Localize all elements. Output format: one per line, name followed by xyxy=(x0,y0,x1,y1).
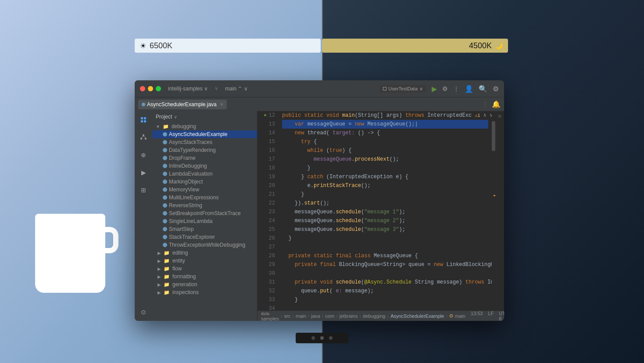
run-config[interactable]: UserTestData ∨ xyxy=(379,85,426,93)
cursor-position: 13:53 xyxy=(471,311,483,321)
color-bar-left: ☀ 6500K xyxy=(135,39,321,53)
code-line-22: }).start(); xyxy=(282,199,488,208)
code-line-18: } xyxy=(282,164,488,173)
file-icon xyxy=(163,156,167,160)
folder-icon: 📁 xyxy=(164,266,170,272)
moon-icon: 🌙 xyxy=(495,42,503,49)
stand-dot-2 xyxy=(320,336,324,340)
debug-button[interactable]: ⚙ xyxy=(442,85,448,92)
code-content: ▶12 13 14 15 16 17 18 19 20 21 22 23 24 … xyxy=(258,111,504,310)
code-line-19: } catch (InterruptedException e) { xyxy=(282,173,488,181)
file-icon xyxy=(163,219,167,223)
tree-folder-debugging[interactable]: ▼ 📁 debugging xyxy=(152,122,257,130)
close-button[interactable] xyxy=(140,86,145,91)
line-12: ▶12 xyxy=(261,111,275,120)
code-line-29: private final BlockingQueue<String> queu… xyxy=(282,260,488,269)
tree-folder-generation[interactable]: ▶ 📁 generation xyxy=(152,280,257,288)
temp-left: 6500K xyxy=(150,41,172,50)
line-18: 18 xyxy=(261,164,275,173)
line-22: 22 xyxy=(261,199,275,208)
chevron-right-icon: ▶ xyxy=(157,282,161,287)
code-editor: ▶12 13 14 15 16 17 18 19 20 21 22 23 24 … xyxy=(258,111,504,321)
tree-item-throw[interactable]: ThrowExceptionWhileDebugging xyxy=(152,241,257,249)
tree-folder-entity[interactable]: ▶ 📁 entity xyxy=(152,257,257,265)
tree-item-reverse[interactable]: ReverseString xyxy=(152,201,257,209)
maximize-button[interactable] xyxy=(156,86,161,91)
code-line-32: queue.put( e: message); xyxy=(282,287,488,295)
chevron-right-icon: ▶ xyxy=(157,259,161,263)
chevron-right-icon: ▶ xyxy=(157,251,161,255)
branch-icon: ⑂ xyxy=(215,86,218,92)
tree-folder-formatting[interactable]: ▶ 📁 formatting xyxy=(152,273,257,280)
main-content: ⊕ ▶ ⊞ ⊙ Project ∨ ▼ 📁 debugging AsyncSch… xyxy=(135,111,504,321)
tree-item-async-scheduler[interactable]: AsyncSchedulerExample xyxy=(152,130,257,138)
right-margin: m xyxy=(495,111,504,310)
chevron-right-icon: ▶ xyxy=(157,266,161,271)
file-icon xyxy=(163,243,167,247)
tree-item-inline[interactable]: InlineDebugging xyxy=(152,162,257,170)
tree-folder-editing[interactable]: ▶ 📁 editing xyxy=(152,249,257,257)
line-31: 31 xyxy=(261,278,275,287)
project-icon[interactable] xyxy=(138,115,149,125)
code-lines[interactable]: public static void main(String[] args) t… xyxy=(279,111,492,310)
line-19: 19 xyxy=(261,173,275,181)
tree-item-datatype[interactable]: DataTypeRendering xyxy=(152,146,257,154)
tree-item-dropframe[interactable]: DropFrame xyxy=(152,154,257,162)
svg-rect-3 xyxy=(144,120,146,122)
user-icon[interactable]: 👤 xyxy=(465,85,473,93)
code-line-15: try { xyxy=(282,137,488,146)
line-15: 15 xyxy=(261,137,275,146)
line-21: 21 xyxy=(261,190,275,199)
run-icon[interactable]: ▶ xyxy=(138,167,149,178)
file-icon xyxy=(163,227,167,231)
tree-folder-inspections[interactable]: ▶ 📁 inspections xyxy=(152,288,257,296)
mug-handle xyxy=(105,227,118,253)
run-config-icon xyxy=(383,87,386,90)
line-13: 13 xyxy=(261,120,275,129)
tree-folder-flow[interactable]: ▶ 📁 flow xyxy=(152,265,257,273)
bottom-icon[interactable]: ⊙ xyxy=(138,307,149,317)
folder-icon: 📁 xyxy=(164,250,170,256)
settings-icon[interactable]: ⚙ xyxy=(493,85,499,93)
svg-rect-2 xyxy=(141,120,143,122)
svg-point-4 xyxy=(143,134,144,136)
tree-item-smartstep[interactable]: SmartStep xyxy=(152,225,257,233)
line-26: 26 xyxy=(261,234,275,243)
code-line-14: new thread( target: () -> { xyxy=(282,129,488,137)
stand-dot-3 xyxy=(329,336,333,340)
camera-icon[interactable]: ⊞ xyxy=(138,185,149,195)
tree-item-multiline[interactable]: MultiLineExpressions xyxy=(152,194,257,201)
line-ending: LF xyxy=(488,311,494,321)
tree-item-stacktrace[interactable]: StackTraceExplorer xyxy=(152,233,257,241)
line-24: 24 xyxy=(261,216,275,225)
code-line-12: public static void main(String[] args) t… xyxy=(282,111,488,120)
line-29: 29 xyxy=(261,260,275,269)
search-icon[interactable]: 🔍 xyxy=(479,85,487,93)
tree-item-lambda[interactable]: LambdaEvaluation xyxy=(152,170,257,178)
active-tab[interactable]: AsyncSchedulerExample.java × xyxy=(138,100,227,109)
structure-icon[interactable] xyxy=(138,132,149,143)
tree-item-marking[interactable]: MarkingObject xyxy=(152,178,257,186)
stand-dot-1 xyxy=(311,336,315,340)
close-tab-icon[interactable]: × xyxy=(220,101,223,108)
file-icon xyxy=(163,140,167,144)
code-line-21: } xyxy=(282,190,488,199)
tree-item-memory[interactable]: MemoryView xyxy=(152,186,257,194)
notification-icon[interactable]: 🔔 xyxy=(492,100,501,108)
minimize-button[interactable] xyxy=(148,86,153,91)
tree-item-async-stack[interactable]: AsyncStackTraces xyxy=(152,138,257,146)
code-line-33: } xyxy=(282,295,488,304)
line-27: 27 xyxy=(261,243,275,252)
tree-item-singleline[interactable]: SingleLineLambda xyxy=(152,217,257,225)
code-line-25: messageQueue.schedule("message 3"); xyxy=(282,225,488,234)
bookmark-icon[interactable]: ⊕ xyxy=(138,150,149,160)
code-line-30 xyxy=(282,269,488,278)
tree-item-setbreak[interactable]: SetBreakpointFromStackTrace xyxy=(152,209,257,217)
scrollbar[interactable] xyxy=(492,111,495,310)
more-button[interactable]: ⋮ xyxy=(453,85,459,92)
file-icon xyxy=(163,164,167,168)
tab-more-icon[interactable]: ⋮ xyxy=(482,101,488,108)
line-23: 23 xyxy=(261,208,275,216)
run-button[interactable]: ▶ xyxy=(432,85,437,93)
file-icon xyxy=(163,132,167,137)
